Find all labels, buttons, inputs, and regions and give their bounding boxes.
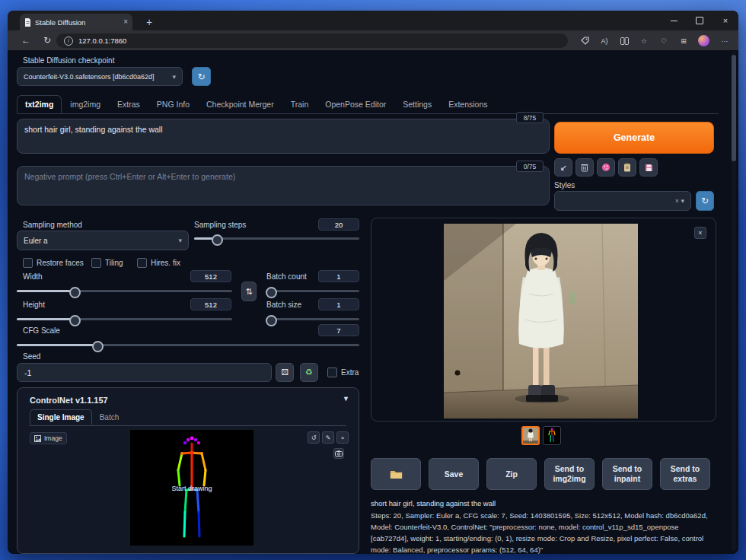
negative-prompt-counter: 0/75 xyxy=(516,161,544,172)
tab-png-info[interactable]: PNG Info xyxy=(148,95,198,113)
close-gallery-button[interactable]: × xyxy=(694,227,706,239)
thumbnail-pose[interactable] xyxy=(543,426,561,445)
copy-style-button[interactable] xyxy=(618,158,636,177)
browser-tab[interactable]: Stable Diffusion × xyxy=(20,14,132,30)
hires-fix-label: Hires. fix xyxy=(151,259,180,267)
address-bar[interactable]: i 127.0.0.1:7860 xyxy=(56,33,568,48)
generation-info-params: Steps: 20, Sampler: Euler a, CFG scale: … xyxy=(371,510,716,554)
cn-pose-canvas[interactable]: Start drawing xyxy=(130,430,253,546)
browser-essentials-icon[interactable]: ♡ xyxy=(656,33,671,48)
page-scrollbar[interactable] xyxy=(732,52,736,551)
shopping-tag-icon[interactable] xyxy=(577,33,592,48)
width-slider[interactable] xyxy=(17,286,232,295)
tab-txt2img[interactable]: txt2img xyxy=(17,95,62,113)
send-to-img2img-button[interactable]: Send to img2img xyxy=(544,458,595,490)
controlnet-panel: ControlNet v1.1.157 ▼ Single Image Batch… xyxy=(17,387,359,554)
tab-settings[interactable]: Settings xyxy=(394,95,440,113)
minimize-icon xyxy=(671,21,677,21)
batch-size-label: Batch size xyxy=(266,301,301,309)
hires-fix-option[interactable]: Hires. fix xyxy=(137,258,180,268)
undo-button[interactable]: ↺ xyxy=(308,431,320,444)
site-info-icon[interactable]: i xyxy=(64,37,73,46)
checkpoint-dropdown[interactable]: Counterfeit-V3.0.safetensors [db6cd0a62d… xyxy=(17,67,183,86)
tab-extensions[interactable]: Extensions xyxy=(440,95,496,113)
clear-canvas-button[interactable]: × xyxy=(336,431,349,444)
controlnet-title[interactable]: ControlNet v1.1.157 xyxy=(30,396,108,405)
collapse-icon[interactable]: ▼ xyxy=(343,395,349,402)
generate-button[interactable]: Generate xyxy=(554,122,714,154)
checkpoint-value: Counterfeit-V3.0.safetensors [db6cd0a62d… xyxy=(24,73,155,81)
more-menu-icon[interactable]: ··· xyxy=(717,33,732,48)
cn-tab-batch[interactable]: Batch xyxy=(92,409,127,425)
tab-img2img[interactable]: img2img xyxy=(62,95,109,113)
thumbnail-generated[interactable] xyxy=(521,426,540,445)
seed-input[interactable] xyxy=(17,363,272,382)
generated-image[interactable] xyxy=(444,224,638,418)
prompt-input[interactable]: short hair girl, standing against the wa… xyxy=(18,119,549,153)
tiling-option[interactable]: Tiling xyxy=(91,258,123,268)
negative-prompt-input[interactable] xyxy=(18,167,549,205)
split-screen-icon[interactable] xyxy=(617,33,632,48)
zip-button[interactable]: Zip xyxy=(486,458,537,490)
tab-train[interactable]: Train xyxy=(282,95,317,113)
add-favorite-icon[interactable]: ☆ xyxy=(636,33,652,48)
batch-count-value[interactable]: 1 xyxy=(318,270,359,282)
swap-dimensions-button[interactable]: ⇅ xyxy=(241,282,257,301)
send-to-inpaint-button[interactable]: Send to inpaint xyxy=(602,458,652,490)
read-aloud-icon[interactable]: A) xyxy=(597,33,612,48)
edit-button[interactable]: ✎ xyxy=(322,431,334,444)
cn-tab-single-image[interactable]: Single Image xyxy=(30,409,92,425)
profile-avatar[interactable] xyxy=(696,33,711,48)
sampling-steps-value[interactable]: 20 xyxy=(318,218,359,231)
height-slider[interactable] xyxy=(17,314,232,323)
refresh-styles-button[interactable]: ↻ xyxy=(696,191,714,211)
sampling-method-label: Sampling method xyxy=(23,221,82,229)
tiling-checkbox[interactable] xyxy=(91,258,101,268)
clear-styles-icon[interactable]: × xyxy=(675,197,679,205)
batch-size-value[interactable]: 1 xyxy=(318,298,359,310)
image-icon xyxy=(34,435,41,442)
tab-checkpoint-merger[interactable]: Checkpoint Merger xyxy=(198,95,282,113)
paste-params-button[interactable]: ↙ xyxy=(554,158,572,177)
cfg-scale-value[interactable]: 7 xyxy=(318,324,359,336)
batch-count-slider[interactable] xyxy=(266,286,359,295)
reload-button[interactable]: ↻ xyxy=(38,30,56,50)
open-folder-button[interactable] xyxy=(371,458,421,490)
window-minimize-button[interactable] xyxy=(661,11,687,30)
main-tab-bar: txt2img img2img Extras PNG Info Checkpoi… xyxy=(17,94,719,114)
url-text: 127.0.0.1:7860 xyxy=(78,37,126,45)
window-close-button[interactable]: × xyxy=(713,11,738,30)
random-seed-button[interactable]: ⚄ xyxy=(276,363,294,382)
tab-close-icon[interactable]: × xyxy=(123,18,128,26)
floppy-icon xyxy=(645,164,653,172)
tab-extras[interactable]: Extras xyxy=(109,95,148,113)
extra-seed-checkbox[interactable] xyxy=(327,368,337,377)
clear-prompt-button[interactable] xyxy=(575,158,594,177)
reuse-seed-button[interactable]: ♻ xyxy=(300,363,318,382)
batch-size-slider[interactable] xyxy=(266,314,359,323)
extra-seed-option[interactable]: Extra xyxy=(327,368,359,377)
apply-style-button[interactable] xyxy=(597,158,615,177)
styles-dropdown[interactable]: × ▾ xyxy=(554,191,691,211)
tab-openpose-editor[interactable]: OpenPose Editor xyxy=(317,95,394,113)
save-button[interactable]: Save xyxy=(429,458,479,490)
window-maximize-button[interactable] xyxy=(687,11,713,30)
collections-icon[interactable]: ⊞ xyxy=(676,33,691,48)
scrollbar-thumb[interactable] xyxy=(732,55,736,161)
restore-faces-checkbox[interactable] xyxy=(23,258,33,268)
hires-fix-checkbox[interactable] xyxy=(137,258,147,268)
cn-image-label: Image xyxy=(44,434,62,442)
send-to-extras-button[interactable]: Send to extras xyxy=(660,458,710,490)
save-style-button[interactable] xyxy=(639,158,658,177)
sampling-steps-slider[interactable] xyxy=(194,234,359,243)
restore-faces-option[interactable]: Restore faces xyxy=(23,258,84,268)
webcam-button[interactable] xyxy=(333,448,344,459)
refresh-checkpoint-button[interactable]: ↻ xyxy=(192,67,211,86)
back-button[interactable]: ← xyxy=(17,30,35,50)
width-value[interactable]: 512 xyxy=(190,270,231,282)
controlnet-tab-bar: Single Image Batch xyxy=(30,409,346,426)
new-tab-button[interactable]: + xyxy=(142,14,157,30)
sampling-method-dropdown[interactable]: Euler a ▾ xyxy=(17,231,189,250)
cfg-scale-slider[interactable] xyxy=(17,340,359,349)
height-value[interactable]: 512 xyxy=(190,298,231,310)
